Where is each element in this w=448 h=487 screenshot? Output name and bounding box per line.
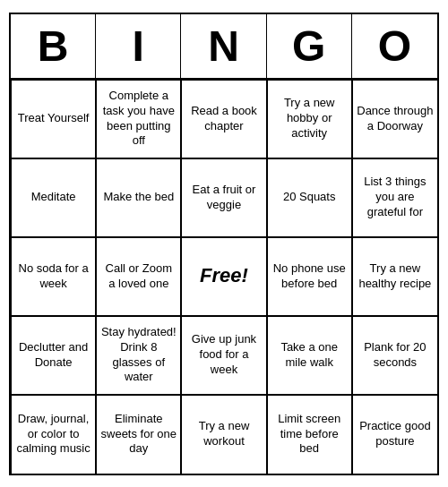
- bingo-cell: Declutter and Donate: [11, 316, 96, 395]
- bingo-grid: Treat YourselfComplete a task you have b…: [11, 80, 437, 474]
- bingo-cell: Complete a task you have been putting of…: [96, 80, 181, 158]
- bingo-letter: B: [11, 14, 96, 78]
- bingo-cell: Take a one mile walk: [267, 316, 352, 395]
- bingo-cell: Limit screen time before bed: [267, 395, 352, 474]
- bingo-cell: List 3 things you are grateful for: [352, 158, 437, 237]
- bingo-cell: Draw, journal, or color to calming music: [11, 395, 96, 474]
- bingo-cell: Give up junk food for a week: [181, 316, 266, 395]
- bingo-cell: Treat Yourself: [11, 80, 96, 158]
- bingo-card: BINGO Treat YourselfComplete a task you …: [9, 13, 439, 475]
- bingo-cell: 20 Squats: [267, 158, 352, 237]
- bingo-cell: No soda for a week: [11, 237, 96, 316]
- bingo-cell: Call or Zoom a loved one: [96, 237, 181, 316]
- bingo-header: BINGO: [11, 14, 437, 80]
- bingo-cell: Plank for 20 seconds: [352, 316, 437, 395]
- bingo-cell: Stay hydrated! Drink 8 glasses of water: [96, 316, 181, 395]
- bingo-cell: Try a new healthy recipe: [352, 237, 437, 316]
- bingo-cell: Meditate: [11, 158, 96, 237]
- bingo-cell: Free!: [181, 237, 266, 316]
- bingo-cell: Dance through a Doorway: [352, 80, 437, 158]
- bingo-letter: G: [267, 14, 352, 78]
- bingo-letter: O: [352, 14, 437, 78]
- bingo-letter: I: [96, 14, 181, 78]
- bingo-cell: Practice good posture: [352, 395, 437, 474]
- bingo-cell: Try a new hobby or activity: [267, 80, 352, 158]
- bingo-cell: Eat a fruit or veggie: [181, 158, 266, 237]
- bingo-cell: No phone use before bed: [267, 237, 352, 316]
- bingo-cell: Eliminate sweets for one day: [96, 395, 181, 474]
- bingo-cell: Try a new workout: [181, 395, 266, 474]
- bingo-letter: N: [181, 14, 266, 78]
- bingo-cell: Make the bed: [96, 158, 181, 237]
- bingo-cell: Read a book chapter: [181, 80, 266, 158]
